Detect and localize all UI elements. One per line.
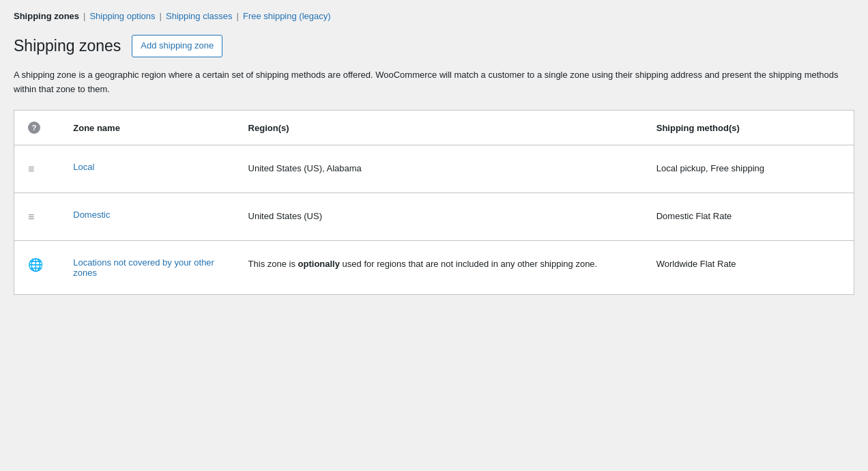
drag-handle-icon[interactable]: ≡ bbox=[28, 162, 46, 175]
table-header: ? Zone name Region(s) Shipping method(s) bbox=[14, 111, 854, 145]
row-region-cell: United States (US), Alabama bbox=[235, 145, 643, 193]
nav-link-shipping-classes[interactable]: Shipping classes bbox=[166, 11, 233, 21]
row-zone-cell: Locations not covered by your other zone… bbox=[59, 240, 234, 294]
drag-handle-icon[interactable]: ≡ bbox=[28, 210, 46, 223]
method-text-worldwide: Worldwide Flat Rate bbox=[656, 259, 736, 269]
zone-link-domestic[interactable]: Domestic bbox=[73, 210, 110, 220]
col-header-region: Region(s) bbox=[235, 111, 643, 145]
table-body: ≡ Local United States (US), Alabama Loca… bbox=[14, 145, 854, 295]
table-row: 🌐 Locations not covered by your other zo… bbox=[14, 240, 854, 294]
row-zone-cell: Domestic bbox=[59, 193, 234, 241]
nav-link-shipping-options[interactable]: Shipping options bbox=[89, 11, 155, 21]
col-header-zone: Zone name bbox=[59, 111, 234, 145]
row-method-cell: Local pickup, Free shipping bbox=[643, 145, 854, 193]
help-icon[interactable]: ? bbox=[28, 122, 40, 134]
region-bold: optionally bbox=[298, 259, 340, 269]
breadcrumb-nav: Shipping zones | Shipping options | Ship… bbox=[14, 11, 854, 21]
table-row: ≡ Local United States (US), Alabama Loca… bbox=[14, 145, 854, 193]
row-method-cell: Domestic Flat Rate bbox=[643, 193, 854, 241]
add-shipping-zone-button[interactable]: Add shipping zone bbox=[132, 35, 222, 57]
zone-link-worldwide[interactable]: Locations not covered by your other zone… bbox=[73, 257, 214, 278]
row-zone-cell: Local bbox=[59, 145, 234, 193]
table-row: ≡ Domestic United States (US) Domestic F… bbox=[14, 193, 854, 241]
row-drag-cell: ≡ bbox=[14, 145, 60, 193]
method-text-local: Local pickup, Free shipping bbox=[656, 163, 764, 173]
nav-current: Shipping zones bbox=[14, 11, 79, 21]
region-suffix: used for regions that are not included i… bbox=[340, 259, 597, 269]
region-text-domestic: United States (US) bbox=[248, 211, 322, 221]
row-region-cell: This zone is optionally used for regions… bbox=[235, 240, 643, 294]
nav-sep1: | bbox=[83, 11, 85, 21]
page-title: Shipping zones bbox=[14, 37, 121, 55]
page-description: A shipping zone is a geographic region w… bbox=[14, 68, 854, 97]
col-header-icon: ? bbox=[14, 111, 60, 145]
row-method-cell: Worldwide Flat Rate bbox=[643, 240, 854, 294]
shipping-zones-table: ? Zone name Region(s) Shipping method(s)… bbox=[14, 110, 854, 295]
region-text-local: United States (US), Alabama bbox=[248, 163, 362, 173]
nav-link-free-shipping[interactable]: Free shipping (legacy) bbox=[243, 11, 331, 21]
page-header: Shipping zones Add shipping zone bbox=[14, 35, 854, 57]
row-globe-cell: 🌐 bbox=[14, 240, 60, 294]
nav-sep3: | bbox=[237, 11, 239, 21]
row-region-cell: United States (US) bbox=[235, 193, 643, 241]
zone-link-local[interactable]: Local bbox=[73, 162, 94, 172]
region-text-worldwide: This zone is optionally used for regions… bbox=[248, 259, 598, 269]
method-text-domestic: Domestic Flat Rate bbox=[656, 211, 732, 221]
col-header-method: Shipping method(s) bbox=[643, 111, 854, 145]
row-drag-cell: ≡ bbox=[14, 193, 60, 241]
globe-icon: 🌐 bbox=[28, 258, 43, 272]
region-prefix: This zone is bbox=[248, 259, 298, 269]
nav-sep2: | bbox=[160, 11, 162, 21]
